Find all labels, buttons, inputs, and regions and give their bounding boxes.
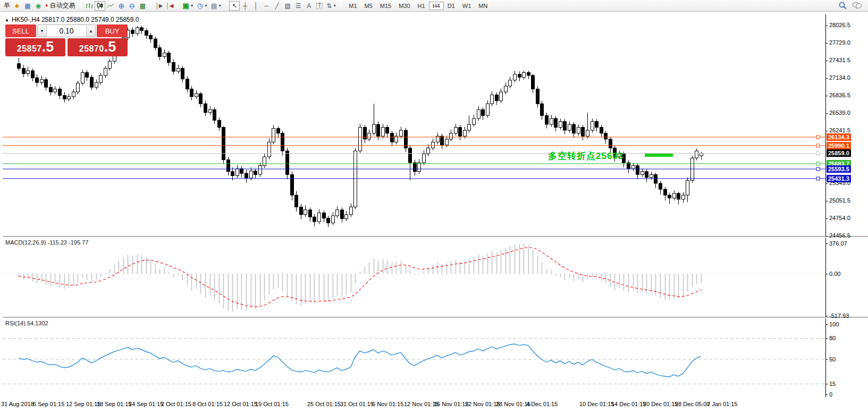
bar-chart-button[interactable]	[84, 1, 95, 11]
date-label: 8 Oct 01:15	[192, 401, 223, 407]
buy-button[interactable]: BUY	[97, 24, 128, 37]
fibonacci-icon: ☰	[296, 3, 301, 9]
candle-bull	[432, 142, 435, 148]
candle-bear	[86, 72, 89, 77]
price-line-label: 25859.0	[827, 149, 851, 157]
timeframe-h4[interactable]: H4	[429, 2, 444, 10]
line-chart-button[interactable]	[105, 1, 116, 11]
candle-bull	[591, 121, 594, 130]
zoom-in-button[interactable]: ⊕	[116, 1, 127, 11]
template-icon: ▤	[211, 3, 217, 9]
sell-price-display[interactable]: 25857.5	[5, 38, 65, 56]
timeframe-h1[interactable]: H1	[414, 2, 429, 10]
timeframe-mn[interactable]: MN	[475, 2, 491, 10]
candlestick-chart-button[interactable]	[95, 1, 105, 11]
rsi-tick-label: 80	[829, 335, 836, 341]
candle-bear	[31, 71, 35, 78]
autoscroll-button[interactable]: │◀	[164, 1, 175, 11]
annotation-line[interactable]	[645, 154, 673, 157]
text-button[interactable]: A	[304, 1, 314, 11]
date-label: 6 Sep 01:15	[33, 401, 64, 407]
tile-windows-button[interactable]: ▩	[137, 1, 148, 11]
candle-bear	[532, 75, 535, 89]
timeframe-m1[interactable]: M1	[345, 2, 360, 10]
price-tick-label: 24754.0	[829, 215, 850, 221]
volume-value[interactable]: 0.10	[47, 25, 86, 37]
fibonacci-button[interactable]: ☰	[293, 1, 304, 11]
candle-bear	[668, 195, 671, 198]
candle-bear	[636, 166, 639, 175]
candle-bear	[441, 136, 444, 145]
time-axis: 31 Aug 20186 Sep 01:1512 Sep 01:1518 Sep…	[0, 397, 868, 412]
date-label: 31 Aug 2018	[1, 401, 34, 407]
price-axis-tick	[825, 78, 828, 79]
timeframe-m15[interactable]: M15	[376, 2, 395, 10]
rsi-panel-canvas[interactable]	[3, 318, 825, 397]
candle-bull	[682, 195, 685, 199]
macd-panel-canvas[interactable]	[3, 238, 825, 317]
timeframe-d1[interactable]: D1	[444, 2, 459, 10]
candle-bear	[545, 115, 549, 124]
signals-button[interactable]: ◉	[33, 1, 44, 11]
collapse-triangle-icon[interactable]: ▲	[5, 18, 9, 22]
rsi-line	[19, 344, 701, 377]
timeframe-m30[interactable]: M30	[395, 2, 414, 10]
chat-icon[interactable]	[852, 2, 862, 9]
date-label: 6 Nov 01:15	[372, 401, 403, 407]
price-tick-label: 27134.0	[829, 74, 850, 81]
templates-button[interactable]: ▤▼	[209, 1, 223, 11]
hline-button[interactable]: ─	[261, 1, 272, 11]
candle-bull	[550, 119, 553, 124]
candle-bull	[500, 92, 503, 101]
buy-price-display[interactable]: 25870.5	[68, 38, 128, 56]
timeframe-w1[interactable]: W1	[459, 2, 475, 10]
autotrading-button[interactable]: ● 自动交易	[44, 1, 78, 11]
volume-increase-button[interactable]: ▲	[86, 25, 95, 37]
candle-bull	[700, 153, 703, 156]
candle-bear	[313, 217, 316, 222]
market-watch-button[interactable]: ▦	[22, 1, 33, 11]
price-axis-line[interactable]	[825, 14, 826, 398]
channel-button[interactable]: ▨	[282, 1, 293, 11]
new-order-button[interactable]: 单	[4, 1, 10, 10]
toolbar-separator	[81, 2, 81, 10]
new-chart-button[interactable]: ▣▼	[181, 1, 195, 11]
chart-title: ▲HK50-,H4 25817.0 25880.0 25749.0 25859.…	[5, 16, 139, 23]
date-label: 24 Sep 01:15	[129, 401, 163, 407]
candle-bear	[572, 124, 576, 133]
periods-button[interactable]: ◷▼	[196, 1, 209, 11]
new-chart-icon: ▣	[182, 2, 189, 9]
volume-decrease-button[interactable]: ▼	[38, 25, 47, 37]
date-label: 18 Sep 01:15	[97, 401, 131, 407]
annotation-text[interactable]: 多空转折点25683	[548, 150, 623, 162]
candle-bear	[227, 160, 230, 172]
candle-bear	[414, 163, 417, 172]
cursor-button[interactable]: ↖	[229, 1, 240, 11]
sell-button[interactable]: SELL	[5, 24, 36, 37]
candle-bull	[577, 128, 580, 133]
trendline-button[interactable]: ╱	[272, 1, 282, 11]
text-label-button[interactable]: T	[314, 1, 325, 11]
chart-title-text: HK50-,H4 25817.0 25880.0 25749.0 25859.0	[12, 16, 139, 23]
candle-bear	[18, 64, 21, 69]
candle-bull	[468, 124, 471, 130]
chart-shift-button[interactable]: │▶	[154, 1, 164, 11]
candle-bull	[559, 121, 562, 127]
crosshair-button[interactable]: ┼	[240, 1, 250, 11]
candle-bull	[95, 82, 98, 87]
zoom-in-icon: ⊕	[119, 2, 125, 10]
buy-price-dec: .5	[104, 40, 116, 53]
candle-bear	[391, 133, 394, 142]
search-icon[interactable]	[839, 2, 847, 10]
arrows-button[interactable]: ⇅▼	[325, 1, 338, 11]
zoom-out-button[interactable]: ⊖	[127, 1, 137, 11]
date-label: 25 Oct 01:15	[307, 401, 341, 407]
gold-icon[interactable]: ◆	[12, 1, 22, 11]
vline-button[interactable]: │	[250, 1, 261, 11]
candle-bull	[163, 53, 166, 57]
price-axis-tick	[825, 61, 828, 61]
timeframe-m5[interactable]: M5	[361, 2, 376, 10]
candle-bull	[54, 89, 57, 92]
candle-bull	[318, 213, 321, 222]
date-label: 19 Oct 01:15	[255, 401, 289, 407]
